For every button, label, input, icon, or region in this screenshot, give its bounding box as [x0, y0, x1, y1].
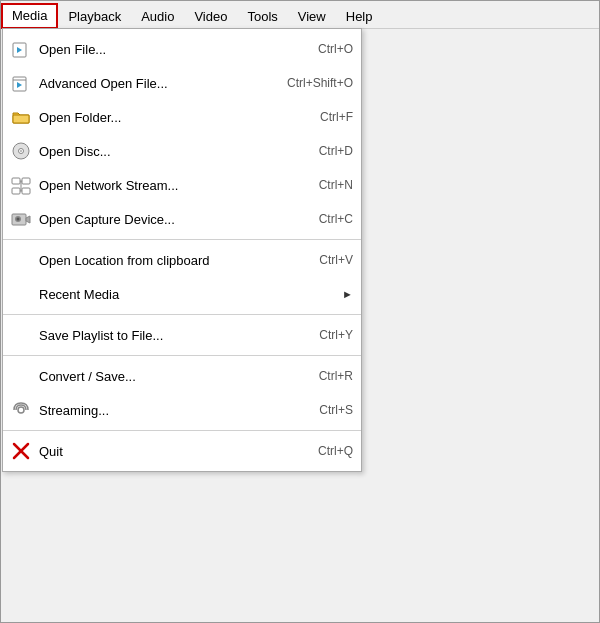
svg-point-20: [18, 407, 24, 413]
open-disc-icon: [9, 139, 33, 163]
convert-save-label: Convert / Save...: [39, 369, 299, 384]
open-disc-shortcut: Ctrl+D: [319, 144, 353, 158]
menu-help[interactable]: Help: [336, 5, 383, 28]
quit-label: Quit: [39, 444, 298, 459]
recent-media-arrow: ►: [342, 288, 353, 300]
convert-save-icon: [9, 364, 33, 388]
menu-media-label: Media: [12, 8, 47, 23]
recent-media-icon: [9, 282, 33, 306]
open-capture-shortcut: Ctrl+C: [319, 212, 353, 226]
app-window: Media Open File... Ctrl+O: [0, 0, 600, 623]
menu-playback-label: Playback: [68, 9, 121, 24]
menu-view[interactable]: View: [288, 5, 336, 28]
svg-rect-10: [22, 178, 30, 184]
quit-icon: [9, 439, 33, 463]
menu-bar: Media Open File... Ctrl+O: [1, 1, 599, 29]
streaming-icon: [9, 398, 33, 422]
open-folder-icon: [9, 105, 33, 129]
open-folder-label: Open Folder...: [39, 110, 300, 125]
streaming-shortcut: Ctrl+S: [319, 403, 353, 417]
open-file-icon: [9, 37, 33, 61]
save-playlist-shortcut: Ctrl+Y: [319, 328, 353, 342]
open-network-label: Open Network Stream...: [39, 178, 299, 193]
recent-media-label: Recent Media: [39, 287, 332, 302]
advanced-open-label: Advanced Open File...: [39, 76, 267, 91]
convert-save-shortcut: Ctrl+R: [319, 369, 353, 383]
advanced-open-shortcut: Ctrl+Shift+O: [287, 76, 353, 90]
menu-entry-open-network[interactable]: Open Network Stream... Ctrl+N: [3, 168, 361, 202]
menu-tools-label: Tools: [247, 9, 277, 24]
svg-rect-12: [22, 188, 30, 194]
open-location-icon: [9, 248, 33, 272]
open-network-icon: [9, 173, 33, 197]
menu-audio[interactable]: Audio: [131, 5, 184, 28]
svg-marker-17: [26, 216, 30, 223]
menu-entry-open-capture[interactable]: Open Capture Device... Ctrl+C: [3, 202, 361, 236]
svg-rect-11: [12, 188, 20, 194]
open-capture-icon: [9, 207, 33, 231]
open-capture-label: Open Capture Device...: [39, 212, 299, 227]
menu-entry-save-playlist[interactable]: Save Playlist to File... Ctrl+Y: [3, 318, 361, 352]
save-playlist-label: Save Playlist to File...: [39, 328, 299, 343]
separator-2: [3, 314, 361, 315]
menu-tools[interactable]: Tools: [237, 5, 287, 28]
menu-entry-open-file[interactable]: Open File... Ctrl+O: [3, 32, 361, 66]
menu-entry-open-folder[interactable]: Open Folder... Ctrl+F: [3, 100, 361, 134]
media-dropdown: Open File... Ctrl+O Advanced Open File..…: [2, 28, 362, 472]
svg-point-8: [20, 150, 22, 152]
open-folder-shortcut: Ctrl+F: [320, 110, 353, 124]
menu-entry-quit[interactable]: Quit Ctrl+Q: [3, 434, 361, 468]
svg-point-19: [17, 218, 20, 221]
open-file-label: Open File...: [39, 42, 298, 57]
menu-entry-recent-media[interactable]: Recent Media ►: [3, 277, 361, 311]
open-file-shortcut: Ctrl+O: [318, 42, 353, 56]
svg-rect-9: [12, 178, 20, 184]
menu-help-label: Help: [346, 9, 373, 24]
quit-shortcut: Ctrl+Q: [318, 444, 353, 458]
separator-4: [3, 430, 361, 431]
menu-view-label: View: [298, 9, 326, 24]
menu-playback[interactable]: Playback: [58, 5, 131, 28]
menu-entry-open-location[interactable]: Open Location from clipboard Ctrl+V: [3, 243, 361, 277]
save-playlist-icon: [9, 323, 33, 347]
svg-rect-5: [13, 115, 29, 123]
open-disc-label: Open Disc...: [39, 144, 299, 159]
menu-audio-label: Audio: [141, 9, 174, 24]
advanced-open-icon: [9, 71, 33, 95]
menu-video-label: Video: [194, 9, 227, 24]
open-network-shortcut: Ctrl+N: [319, 178, 353, 192]
separator-1: [3, 239, 361, 240]
menu-entry-streaming[interactable]: Streaming... Ctrl+S: [3, 393, 361, 427]
streaming-label: Streaming...: [39, 403, 299, 418]
menu-entry-open-disc[interactable]: Open Disc... Ctrl+D: [3, 134, 361, 168]
menu-video[interactable]: Video: [184, 5, 237, 28]
open-location-shortcut: Ctrl+V: [319, 253, 353, 267]
separator-3: [3, 355, 361, 356]
menu-media[interactable]: Media Open File... Ctrl+O: [1, 3, 58, 29]
open-location-label: Open Location from clipboard: [39, 253, 299, 268]
menu-entry-advanced-open[interactable]: Advanced Open File... Ctrl+Shift+O: [3, 66, 361, 100]
menu-entry-convert-save[interactable]: Convert / Save... Ctrl+R: [3, 359, 361, 393]
